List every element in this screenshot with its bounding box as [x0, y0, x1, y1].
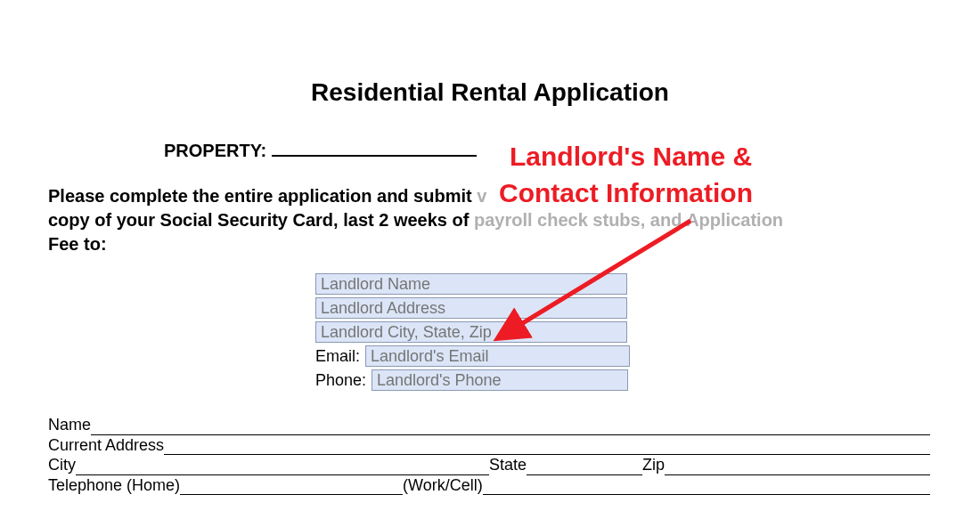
applicant-block: Name Current Address City State Zip Tele…	[48, 415, 930, 495]
instructions-line1: Please complete the entire application a…	[48, 186, 477, 206]
instructions-text: Please complete the entire application a…	[48, 184, 935, 256]
applicant-telephone-row: Telephone (Home) (Work/Cell)	[48, 475, 930, 496]
landlord-phone-row: Phone:	[315, 369, 980, 392]
applicant-workcell-label: (Work/Cell)	[403, 475, 483, 496]
property-label: PROPERTY:	[164, 141, 266, 161]
applicant-city-state-zip-row: City State Zip	[48, 455, 930, 475]
page-title: Residential Rental Application	[0, 78, 980, 107]
landlord-address-input[interactable]	[315, 297, 627, 319]
instructions-faded-piece1: v	[477, 186, 486, 206]
instructions-line3: Fee to:	[48, 234, 107, 254]
landlord-phone-label: Phone:	[315, 371, 366, 390]
applicant-address-row: Current Address	[48, 435, 930, 456]
landlord-phone-input[interactable]	[372, 369, 628, 391]
landlord-email-input[interactable]	[365, 345, 630, 367]
property-row: PROPERTY:	[164, 141, 980, 161]
landlord-email-label: Email:	[315, 347, 360, 366]
applicant-state-line[interactable]	[527, 474, 642, 475]
landlord-citystatezip-input[interactable]	[315, 321, 627, 343]
applicant-telephone-home-line[interactable]	[180, 494, 403, 495]
landlord-address-row	[315, 296, 980, 320]
applicant-name-row: Name	[48, 415, 930, 435]
applicant-city-label: City	[48, 455, 76, 475]
applicant-address-line[interactable]	[164, 454, 930, 455]
instructions-line2: copy of your Social Security Card, last …	[48, 210, 474, 230]
applicant-zip-label: Zip	[642, 455, 665, 475]
landlord-name-row	[315, 272, 980, 296]
landlord-block: Email: Phone:	[315, 272, 980, 392]
applicant-name-line[interactable]	[91, 434, 930, 435]
applicant-telephone-home-label: Telephone (Home)	[48, 475, 180, 496]
applicant-state-label: State	[489, 455, 527, 475]
applicant-address-label: Current Address	[48, 435, 164, 456]
applicant-name-label: Name	[48, 415, 91, 435]
landlord-email-row: Email:	[315, 345, 980, 368]
landlord-name-input[interactable]	[315, 273, 627, 295]
applicant-zip-line[interactable]	[665, 474, 930, 475]
property-blank-line[interactable]	[272, 155, 477, 157]
instructions-line2-faded: payroll check stubs, and Application	[474, 210, 783, 230]
landlord-citystatezip-row	[315, 320, 980, 344]
applicant-workcell-line[interactable]	[483, 494, 930, 495]
